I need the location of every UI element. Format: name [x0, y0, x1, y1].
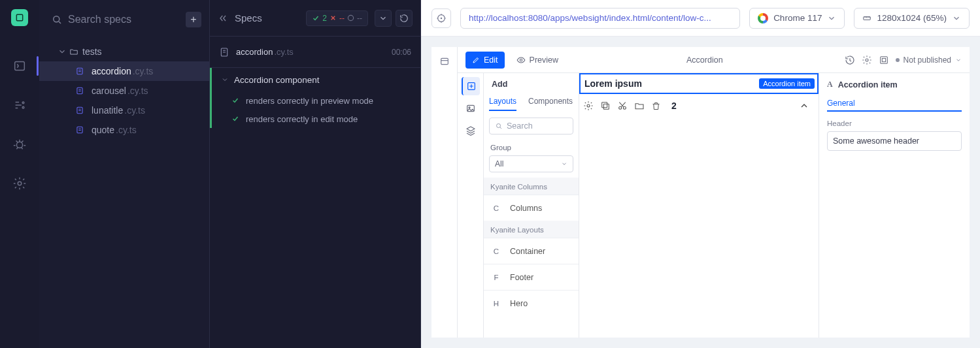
- reporter-panel: Specs 2 -- --: [210, 0, 421, 348]
- nav-specs[interactable]: [0, 52, 39, 80]
- edit-mode-button[interactable]: Edit: [465, 52, 505, 69]
- spec-icon: [75, 86, 85, 96]
- search-placeholder[interactable]: Search specs: [68, 14, 186, 25]
- accordion-item-title[interactable]: Lorem ipsum: [581, 78, 759, 89]
- spec-file-header[interactable]: accordion .cy.ts 00:06: [210, 37, 420, 68]
- settings-icon[interactable]: [862, 55, 872, 65]
- component-item[interactable]: FFooter: [484, 264, 579, 290]
- cypress-logo: [11, 9, 28, 26]
- component-item[interactable]: CColumns: [484, 195, 579, 221]
- search-icon: [51, 14, 63, 25]
- spec-file-item[interactable]: quote.cy.ts: [39, 120, 209, 140]
- stat-passed: 2: [312, 14, 327, 23]
- editor-side-rail: [458, 73, 484, 338]
- spec-ext: .cy.ts: [127, 86, 148, 96]
- suite-row[interactable]: Accordion component: [210, 68, 420, 91]
- header-field-input[interactable]: [827, 131, 962, 151]
- component-letter: H: [492, 300, 501, 308]
- icon-rail: [0, 0, 39, 348]
- component-group-header: Kyanite Layouts: [484, 221, 579, 238]
- test-stats: 2 -- --: [306, 10, 368, 26]
- editor-page-title: Accordion: [686, 55, 723, 65]
- spec-file-item[interactable]: carousel.cy.ts: [39, 81, 209, 101]
- spec-file-item[interactable]: accordion.cy.ts: [39, 61, 209, 81]
- spec-name: carousel: [92, 86, 126, 96]
- chevron-down-icon: [827, 14, 836, 23]
- spec-file-icon: [219, 47, 229, 57]
- suite-name: Accordion component: [234, 75, 320, 85]
- new-spec-button[interactable]: +: [186, 12, 201, 27]
- paste-icon[interactable]: [634, 101, 645, 111]
- cut-icon[interactable]: [617, 101, 628, 111]
- nav-debug[interactable]: [0, 131, 39, 158]
- add-panel-toggle[interactable]: [462, 77, 480, 95]
- component-item[interactable]: HHero: [484, 290, 579, 316]
- test-row[interactable]: renders correctly in preview mode: [210, 91, 420, 110]
- delete-icon[interactable]: [651, 101, 661, 111]
- layouts-tab[interactable]: Layouts: [489, 97, 516, 111]
- component-label: Hero: [510, 299, 528, 308]
- stat-failed: --: [329, 14, 345, 23]
- svg-point-11: [348, 15, 353, 20]
- aut-panel: http://localhost:8080/apps/websight/inde…: [421, 0, 980, 348]
- nav-runs[interactable]: [0, 91, 39, 119]
- selector-playground-button[interactable]: [431, 8, 451, 28]
- add-panel-title: Add: [484, 73, 579, 93]
- group-select[interactable]: All: [489, 155, 573, 172]
- component-label: Columns: [510, 204, 542, 213]
- tree-toggle-button[interactable]: [435, 52, 454, 71]
- svg-point-18: [866, 59, 868, 61]
- aut-stage: Edit Preview Accordion: [421, 37, 980, 348]
- view-options-button[interactable]: [375, 10, 392, 27]
- components-tab[interactable]: Components: [528, 97, 573, 111]
- rerun-button[interactable]: [396, 10, 413, 27]
- browser-selector[interactable]: Chrome 117: [749, 8, 845, 29]
- component-search-placeholder: Search: [507, 121, 533, 131]
- assets-panel-toggle[interactable]: [462, 99, 480, 118]
- general-tab[interactable]: General: [827, 99, 962, 112]
- svg-point-23: [469, 107, 470, 108]
- collapse-icon[interactable]: [799, 101, 809, 111]
- spec-tree: tests accordion.cy.tscarousel.cy.tslunat…: [39, 35, 209, 140]
- chevron-down-icon: [221, 76, 229, 84]
- aut-toolbar: http://localhost:8080/apps/websight/inde…: [421, 0, 980, 37]
- svg-rect-16: [441, 58, 448, 64]
- collapse-reporter-button[interactable]: [218, 13, 228, 24]
- stat-pending: --: [347, 14, 362, 23]
- component-group-header: Kyanite Columns: [484, 178, 579, 195]
- spec-duration: 00:06: [392, 48, 411, 57]
- spec-explorer: Search specs + tests accordion.cy.tscaro…: [39, 0, 210, 348]
- check-icon: [231, 97, 239, 104]
- properties-icon[interactable]: [583, 101, 594, 111]
- editor-canvas[interactable]: Lorem ipsum Accordion item 2: [579, 73, 819, 338]
- check-icon: [231, 115, 239, 123]
- header-field-label: Header: [827, 119, 962, 127]
- component-item[interactable]: CContainer: [484, 238, 579, 264]
- assets-icon[interactable]: [879, 55, 889, 65]
- nav-settings[interactable]: [0, 170, 39, 197]
- publish-status[interactable]: Not published: [896, 55, 962, 65]
- layers-panel-toggle[interactable]: [462, 121, 480, 140]
- add-panel: Add Layouts Components Search Group: [484, 73, 579, 338]
- spec-name: quote: [92, 125, 114, 135]
- aut-url[interactable]: http://localhost:8080/apps/websight/inde…: [460, 8, 740, 29]
- spec-file-item[interactable]: lunatitle.cy.ts: [39, 101, 209, 120]
- svg-point-3: [22, 106, 24, 108]
- group-label: Group: [484, 141, 579, 153]
- folder-tests[interactable]: tests: [39, 42, 209, 61]
- component-badge: Accordion item: [759, 78, 815, 89]
- preview-mode-button[interactable]: Preview: [510, 52, 565, 69]
- component-label: Footer: [510, 273, 533, 282]
- test-title: renders correctly in preview mode: [246, 96, 373, 106]
- page-editor: Edit Preview Accordion: [431, 47, 970, 338]
- viewport-selector[interactable]: 1280x1024 (65%): [854, 8, 970, 29]
- history-icon[interactable]: [845, 55, 855, 65]
- component-letter: C: [492, 247, 501, 255]
- folder-label: tests: [82, 46, 102, 57]
- svg-point-14: [441, 18, 441, 18]
- component-search[interactable]: Search: [489, 118, 573, 134]
- svg-rect-26: [603, 104, 609, 109]
- test-row[interactable]: renders correctly in edit mode: [210, 110, 420, 128]
- copy-icon[interactable]: [600, 101, 611, 111]
- component-letter: F: [492, 274, 501, 281]
